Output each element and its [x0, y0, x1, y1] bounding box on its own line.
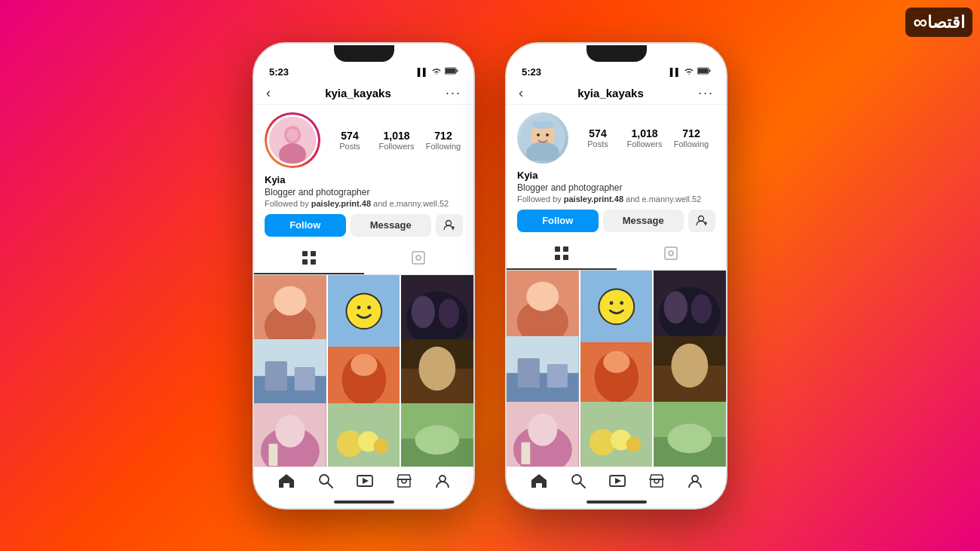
- profile-header-right: 574 Posts 1,018 Followers 712 Following: [517, 112, 715, 164]
- time-right: 5:23: [522, 66, 541, 78]
- grid-item-2-left[interactable]: [328, 275, 400, 347]
- nav-reels-right[interactable]: [609, 473, 626, 488]
- grid-item-4-left[interactable]: [254, 339, 326, 412]
- posts-label-right: Posts: [587, 139, 608, 148]
- home-bar-right: [586, 500, 647, 504]
- stat-following-left[interactable]: 712 Following: [424, 130, 462, 151]
- grid-item-7-right[interactable]: [507, 402, 579, 466]
- svg-rect-71: [665, 247, 677, 259]
- stat-following-right[interactable]: 712 Following: [672, 127, 710, 148]
- svg-rect-11: [311, 251, 316, 256]
- back-button-right[interactable]: ‹: [519, 85, 523, 101]
- bottom-nav-right: [507, 467, 726, 497]
- back-button-left[interactable]: ‹: [266, 85, 271, 101]
- grid-item-6-left[interactable]: [401, 339, 473, 412]
- more-button-right[interactable]: ···: [698, 85, 714, 101]
- tab-bar-right: [507, 238, 726, 271]
- nav-home-right[interactable]: [531, 473, 547, 488]
- svg-rect-69: [555, 255, 560, 260]
- grid-item-9-right[interactable]: [654, 402, 726, 466]
- followed-users-left: paisley.print.48: [311, 199, 371, 208]
- stat-followers-right[interactable]: 1,018 Followers: [626, 127, 663, 148]
- svg-point-25: [412, 295, 435, 328]
- followers-number-right: 1,018: [631, 127, 657, 139]
- phone-left: 5:23 ▌▌ ‹ kyia_kayaks ···: [253, 42, 475, 510]
- svg-point-101: [626, 437, 641, 452]
- grid-item-8-right[interactable]: [580, 402, 653, 466]
- grid-item-9-left[interactable]: [401, 403, 473, 466]
- nav-bar-right: ‹ kyia_kayaks ···: [507, 81, 726, 105]
- notch-left: [334, 45, 394, 62]
- nav-reels-left[interactable]: [357, 473, 373, 488]
- watermark-text: اقتصا: [927, 13, 965, 32]
- svg-point-72: [669, 251, 673, 256]
- watermark: ∞ اقتصا: [905, 8, 972, 37]
- wifi-icon-left: [431, 67, 442, 76]
- grid-item-1-left[interactable]: [254, 275, 326, 347]
- grid-item-3-left[interactable]: [401, 275, 473, 347]
- profile-name-left: Kyia: [265, 174, 463, 185]
- svg-point-26: [439, 298, 459, 328]
- svg-point-110: [692, 476, 698, 482]
- nav-home-left[interactable]: [278, 473, 295, 488]
- tab-tagged-right[interactable]: [617, 238, 727, 270]
- following-number-left: 712: [434, 130, 452, 142]
- more-button-left[interactable]: ···: [446, 85, 461, 101]
- grid-item-5-right[interactable]: [580, 336, 653, 409]
- svg-point-90: [603, 350, 629, 372]
- svg-rect-29: [265, 361, 287, 390]
- svg-point-104: [668, 424, 712, 453]
- tab-tagged-left[interactable]: [364, 243, 474, 274]
- home-indicator-left: [254, 497, 473, 508]
- grid-item-8-left[interactable]: [328, 403, 400, 466]
- nav-search-right[interactable]: [571, 473, 586, 488]
- svg-point-63: [546, 133, 549, 136]
- message-button-left[interactable]: Message: [351, 214, 432, 237]
- svg-point-78: [609, 301, 613, 305]
- stats-left: 574 Posts 1,018 Followers 712 Following: [331, 130, 463, 151]
- svg-rect-86: [518, 358, 540, 387]
- grid-item-4-right[interactable]: [507, 336, 579, 409]
- grid-item-7-left[interactable]: [254, 403, 326, 466]
- time-left: 5:23: [269, 66, 289, 78]
- stat-posts-right: 574 Posts: [579, 127, 617, 148]
- person-add-button-right[interactable]: [688, 210, 715, 232]
- svg-rect-61: [532, 121, 553, 127]
- profile-bio-left: Blogger and photographer: [265, 187, 463, 197]
- grid-item-5-left[interactable]: [328, 339, 400, 412]
- status-icons-right: ▌▌: [670, 67, 711, 76]
- username-left: kyia_kayaks: [325, 87, 391, 99]
- grid-item-3-right[interactable]: [654, 271, 726, 343]
- stat-followers-left[interactable]: 1,018 Followers: [378, 130, 415, 151]
- follow-button-left[interactable]: Follow: [265, 214, 346, 237]
- svg-line-106: [580, 483, 585, 488]
- followers-number-left: 1,018: [383, 130, 409, 142]
- person-add-button-left[interactable]: [436, 214, 463, 237]
- svg-point-77: [599, 289, 634, 324]
- nav-profile-right[interactable]: [688, 473, 703, 488]
- grid-item-2-right[interactable]: [580, 271, 653, 343]
- nav-profile-left[interactable]: [435, 473, 450, 488]
- follow-button-right[interactable]: Follow: [517, 210, 599, 232]
- profile-name-right: Kyia: [517, 170, 715, 181]
- svg-rect-87: [547, 364, 568, 387]
- message-button-right[interactable]: Message: [603, 210, 684, 232]
- svg-point-21: [357, 305, 360, 309]
- grid-item-6-right[interactable]: [654, 336, 726, 409]
- avatar-inner-left: [267, 115, 318, 166]
- tab-grid-left[interactable]: [254, 243, 364, 274]
- profile-section-right: 574 Posts 1,018 Followers 712 Following …: [507, 105, 726, 238]
- action-buttons-right: Follow Message: [517, 210, 715, 232]
- svg-point-82: [664, 291, 688, 323]
- home-indicator-right: [507, 497, 726, 508]
- stats-right: 574 Posts 1,018 Followers 712 Following: [579, 127, 715, 148]
- status-bar-left: 5:23 ▌▌: [254, 62, 473, 81]
- svg-point-53: [439, 476, 446, 482]
- signal-icon-right: ▌▌: [670, 68, 681, 76]
- nav-shop-right[interactable]: [649, 473, 664, 488]
- status-icons-left: ▌▌: [418, 67, 458, 76]
- nav-shop-left[interactable]: [397, 473, 412, 488]
- grid-item-1-right[interactable]: [507, 271, 579, 343]
- nav-search-left[interactable]: [318, 473, 333, 488]
- tab-grid-right[interactable]: [507, 238, 617, 270]
